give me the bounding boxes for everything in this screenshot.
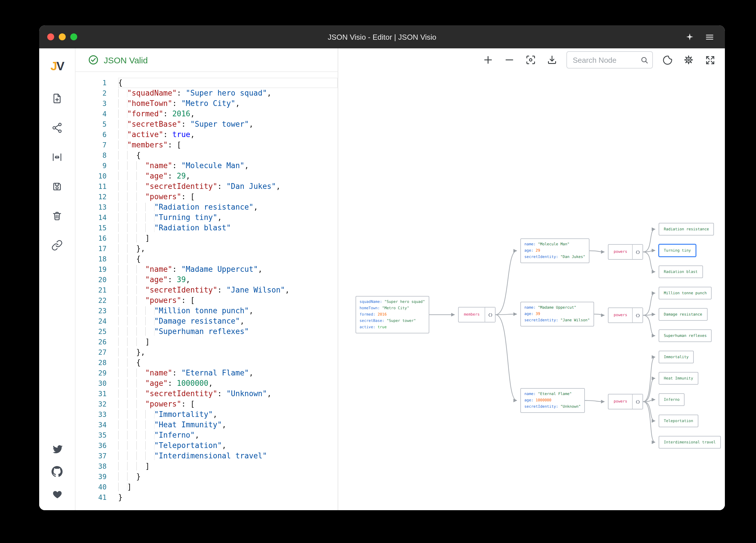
node-label: powers — [608, 308, 632, 322]
code-line-text: "formed": 2016, — [118, 109, 338, 119]
twitter-link[interactable] — [48, 442, 66, 456]
app-window: JSON Visio - Editor | JSON Visio JV — [39, 25, 725, 510]
code-line-text: { — [118, 150, 338, 161]
expand-icon — [704, 54, 715, 65]
share-link-button[interactable] — [47, 235, 67, 256]
graph-node-members[interactable]: members — [458, 307, 496, 322]
app-logo[interactable]: JV — [50, 53, 63, 80]
extensions-sparkle-icon[interactable] — [685, 32, 694, 41]
graph-node-l10[interactable]: Teleportation — [659, 415, 698, 427]
code-line: 18 { — [75, 254, 338, 264]
graph-view-button[interactable] — [47, 118, 67, 138]
graph-node-root[interactable]: squadName: "Super hero squad"homeTown: "… — [356, 296, 429, 333]
graph-node-l5[interactable]: Damage resistance — [659, 308, 707, 321]
theme-toggle-button[interactable] — [660, 53, 674, 67]
collapse-node-icon[interactable] — [632, 394, 643, 409]
window-controls — [39, 33, 77, 40]
graph-nodes-layer: squadName: "Super hero squad"homeTown: "… — [338, 48, 725, 510]
zoom-out-button[interactable] — [502, 53, 516, 67]
line-number: 28 — [75, 357, 115, 368]
code-line: 13 "Radiation resistance", — [75, 202, 338, 213]
validation-status: JSON Valid — [104, 55, 148, 65]
line-number: 25 — [75, 326, 115, 337]
code-line: 24 "Damage resistance", — [75, 316, 338, 326]
code-line-text: "Inferno", — [118, 430, 338, 440]
line-number: 41 — [75, 492, 115, 503]
graph-node-l3[interactable]: Radiation blast — [659, 266, 703, 278]
minus-icon — [504, 54, 515, 66]
graph-node-m1[interactable]: name: "Molecule Man"age: 29secretIdentit… — [520, 239, 589, 263]
graph-node-p3[interactable]: powers — [608, 394, 643, 409]
fullscreen-button[interactable] — [703, 53, 717, 67]
node-row: name: "Madame Uppercut" — [524, 304, 590, 311]
node-text: Interdimensional travel — [664, 440, 716, 444]
line-number: 4 — [75, 109, 115, 119]
settings-button[interactable] — [682, 53, 695, 67]
code-line-text: "members": [ — [118, 140, 338, 150]
moon-icon — [662, 54, 673, 65]
delete-button[interactable] — [47, 206, 67, 226]
code-line: 11 "secretIdentity": "Dan Jukes", — [75, 181, 338, 192]
line-number: 40 — [75, 482, 115, 492]
github-link[interactable] — [48, 465, 66, 478]
code-line-text: "Superhuman reflexes" — [118, 326, 338, 337]
graph-node-m2[interactable]: name: "Madame Uppercut"age: 39secretIden… — [520, 302, 594, 326]
app-body: JV — [39, 48, 725, 510]
code-line: 30 "age": 1000000, — [75, 378, 338, 389]
code-line: 31 "secretIdentity": "Unknown", — [75, 389, 338, 399]
line-number: 8 — [75, 150, 115, 161]
editor-topbar: JSON Valid — [75, 48, 338, 72]
graph-node-l2[interactable]: Turning tiny — [659, 244, 696, 257]
graph-node-p1[interactable]: powers — [608, 244, 643, 260]
graph-node-l11[interactable]: Interdimensional travel — [659, 436, 721, 449]
collapse-node-icon[interactable] — [632, 308, 643, 322]
code-line: 37 "Interdimensional travel" — [75, 451, 338, 461]
code-line: 41} — [75, 492, 338, 503]
menu-icon[interactable] — [705, 32, 715, 42]
search-icon[interactable] — [640, 56, 649, 64]
code-line: 35 "Inferno", — [75, 430, 338, 440]
code-line-text: "name": "Madame Uppercut", — [118, 264, 338, 275]
sidebar-footer — [48, 442, 66, 510]
download-icon — [546, 54, 558, 66]
code-editor[interactable]: 1{2 "squadName": "Super hero squad",3 "h… — [75, 72, 338, 510]
code-line: 29 "name": "Eternal Flame", — [75, 368, 338, 378]
node-text: Teleportation — [664, 419, 693, 423]
line-number: 32 — [75, 399, 115, 409]
code-line: 36 "Teleportation", — [75, 440, 338, 451]
code-line-text: "name": "Molecule Man", — [118, 161, 338, 171]
line-number: 23 — [75, 306, 115, 316]
graph-node-p2[interactable]: powers — [608, 307, 643, 323]
graph-node-l6[interactable]: Superhuman reflexes — [659, 329, 712, 342]
save-button[interactable] — [47, 176, 67, 197]
node-text: Inferno — [664, 397, 680, 402]
code-line: 27 }, — [75, 347, 338, 357]
code-line: 38 ] — [75, 461, 338, 472]
zoom-window-button[interactable] — [70, 33, 77, 40]
graph-node-l7[interactable]: Immortality — [659, 351, 694, 363]
center-view-button[interactable] — [524, 53, 538, 67]
close-window-button[interactable] — [47, 33, 54, 40]
download-button[interactable] — [545, 53, 559, 67]
code-line-text: "age": 29, — [118, 171, 338, 181]
minimize-window-button[interactable] — [59, 33, 66, 40]
fit-width-button[interactable] — [47, 147, 67, 168]
graph-node-l9[interactable]: Inferno — [659, 393, 685, 406]
collapse-node-icon[interactable] — [485, 307, 495, 322]
zoom-in-button[interactable] — [481, 53, 495, 67]
new-document-button[interactable] — [47, 88, 67, 109]
graph-node-m3[interactable]: name: "Eternal Flame"age: 1000000secretI… — [520, 388, 585, 413]
line-number: 37 — [75, 451, 115, 461]
code-line: 39 } — [75, 472, 338, 482]
search-input[interactable] — [566, 51, 653, 69]
link-icon — [51, 240, 63, 251]
sponsor-link[interactable] — [48, 487, 66, 501]
collapse-node-icon[interactable] — [632, 245, 643, 259]
line-number: 24 — [75, 316, 115, 326]
code-line-text: "Immortality", — [118, 409, 338, 420]
graph-node-l4[interactable]: Million tonne punch — [659, 287, 712, 299]
code-line-text: ] — [118, 233, 338, 244]
graph-node-l8[interactable]: Heat Immunity — [659, 372, 698, 385]
line-number: 10 — [75, 171, 115, 181]
graph-node-l1[interactable]: Radiation resistance — [659, 223, 714, 236]
